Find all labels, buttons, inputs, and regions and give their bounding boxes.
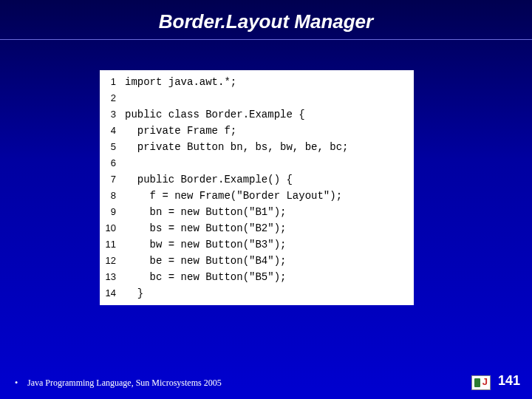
code-line: 9 bn = new Button("B1"); (100, 204, 414, 220)
footer-text: Java Programming Language, Sun Microsyst… (27, 378, 222, 388)
line-number: 5 (100, 139, 125, 155)
code-line: 13 bc = new Button("B5"); (100, 269, 414, 285)
code-text: f = new Frame("Border Layout"); (125, 188, 342, 204)
code-text: private Button bn, bs, bw, be, bc; (125, 139, 348, 155)
line-number: 9 (100, 204, 125, 220)
line-number: 10 (100, 220, 125, 236)
code-line: 5 private Button bn, bs, bw, be, bc; (100, 139, 414, 155)
slide-title: Border.Layout Manager (0, 0, 532, 39)
code-line: 14 } (100, 285, 414, 301)
code-text: bn = new Button("B1"); (125, 204, 286, 220)
line-number: 12 (100, 253, 125, 269)
footer: • Java Programming Language, Sun Microsy… (15, 378, 222, 389)
code-text: private Frame f; (125, 123, 236, 139)
code-line: 6 (100, 155, 414, 171)
code-line: 3public class Border.Example { (100, 106, 414, 123)
code-text: be = new Button("B4"); (125, 253, 286, 269)
code-line: 4 private Frame f; (100, 123, 414, 139)
code-line: 1import java.awt.*; (100, 74, 414, 90)
code-listing: 1import java.awt.*; 2 3public class Bord… (100, 70, 414, 305)
title-divider (0, 39, 532, 40)
code-line: 10 bs = new Button("B2"); (100, 220, 414, 236)
code-line: 12 be = new Button("B4"); (100, 253, 414, 269)
code-text: public class Border.Example { (125, 106, 305, 123)
line-number: 1 (100, 74, 125, 90)
logo-icon (471, 375, 491, 390)
line-number: 7 (100, 171, 125, 188)
code-line: 8 f = new Frame("Border Layout"); (100, 188, 414, 204)
footer-bullet: • (15, 378, 25, 389)
line-number: 14 (100, 285, 125, 301)
line-number: 13 (100, 269, 125, 285)
line-number: 8 (100, 188, 125, 204)
line-number: 3 (100, 106, 125, 123)
code-text: } (125, 285, 143, 301)
code-line: 7 public Border.Example() { (100, 171, 414, 188)
line-number: 11 (100, 236, 125, 253)
line-number: 2 (100, 90, 125, 106)
page-number: 141 (498, 373, 520, 389)
code-line: 11 bw = new Button("B3"); (100, 236, 414, 253)
line-number: 4 (100, 123, 125, 139)
code-text: import java.awt.*; (125, 74, 236, 90)
code-text: bc = new Button("B5"); (125, 269, 286, 285)
code-line: 2 (100, 90, 414, 106)
line-number: 6 (100, 155, 125, 171)
code-text: bw = new Button("B3"); (125, 236, 286, 253)
code-text: public Border.Example() { (125, 171, 293, 188)
code-text: bs = new Button("B2"); (125, 220, 286, 236)
